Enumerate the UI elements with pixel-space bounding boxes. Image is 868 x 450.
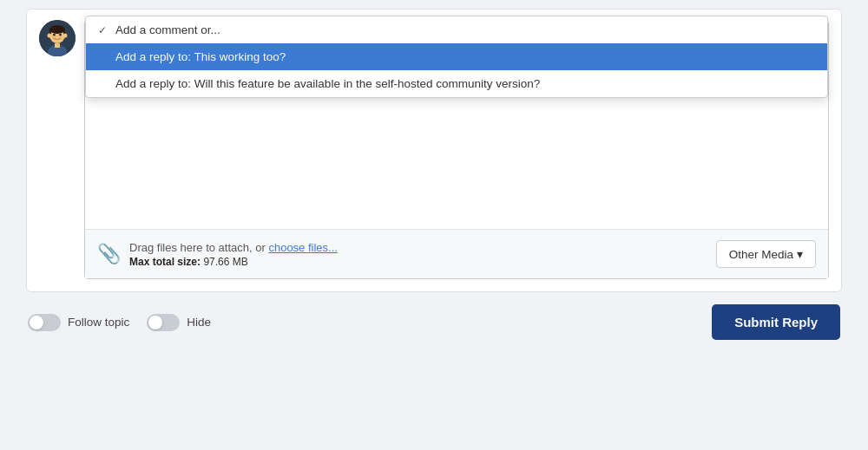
svg-point-8: [59, 34, 62, 36]
svg-point-7: [53, 34, 56, 36]
svg-point-5: [48, 34, 52, 38]
svg-rect-10: [55, 43, 60, 48]
editor-wrapper: ✓ Add a comment or... Add a reply to: Th…: [84, 20, 829, 279]
hide-toggle-group: Hide: [147, 314, 211, 331]
hide-label: Hide: [187, 316, 211, 329]
other-media-button[interactable]: Other Media ▾: [716, 240, 816, 268]
toggles-group: Follow topic Hide: [28, 314, 211, 331]
attach-info: Drag files here to attach, or choose fil…: [129, 241, 338, 268]
svg-point-6: [63, 34, 68, 38]
bottom-bar: Follow topic Hide Submit Reply: [26, 292, 842, 340]
attach-max-size: Max total size: 97.66 MB: [129, 256, 338, 268]
paperclip-icon: 📎: [97, 243, 121, 265]
attach-left: 📎 Drag files here to attach, or choose f…: [97, 241, 338, 268]
checkmark-icon: ✓: [98, 24, 110, 36]
follow-topic-toggle-group: Follow topic: [28, 314, 129, 331]
editor-row: ✓ Add a comment or... Add a reply to: Th…: [39, 20, 829, 279]
reply-to-dropdown[interactable]: ✓ Add a comment or... Add a reply to: Th…: [85, 16, 828, 98]
follow-topic-toggle[interactable]: [28, 314, 61, 331]
dropdown-item-reply-that[interactable]: Add a reply to: Will this feature be ava…: [86, 70, 827, 97]
choose-files-link[interactable]: choose files...: [268, 241, 338, 254]
attach-drag-text: Drag files here to attach, or choose fil…: [129, 241, 338, 254]
dropdown-item-comment[interactable]: ✓ Add a comment or...: [86, 16, 827, 43]
hide-toggle[interactable]: [147, 314, 180, 331]
dropdown-item-reply-this[interactable]: Add a reply to: This working too?: [86, 43, 827, 70]
reply-editor-container: ✓ Add a comment or... Add a reply to: Th…: [26, 9, 842, 292]
submit-reply-button[interactable]: Submit Reply: [712, 304, 840, 340]
other-media-chevron-icon: ▾: [797, 247, 803, 261]
svg-point-2: [49, 25, 65, 34]
follow-topic-label: Follow topic: [68, 316, 129, 329]
avatar: [39, 20, 76, 56]
attach-area: 📎 Drag files here to attach, or choose f…: [85, 229, 828, 278]
